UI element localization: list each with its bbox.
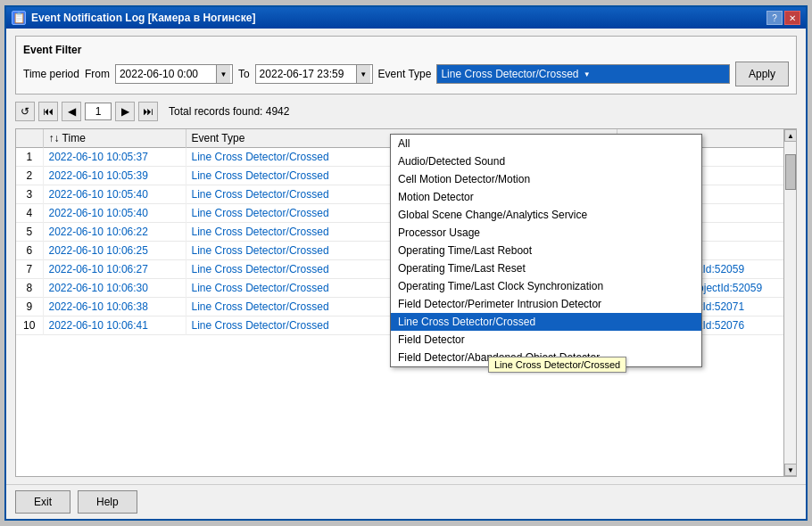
from-date-dropdown[interactable]: ▼ [216, 65, 230, 83]
cell-time: 2022-06-10 10:06:30 [43, 279, 186, 298]
title-bar: 📋 Event Notification Log [Камера в Ногин… [6, 7, 806, 29]
help-button[interactable]: ? [766, 11, 783, 25]
close-button[interactable]: ✕ [784, 11, 800, 25]
event-type-select-box[interactable]: Line Cross Detector/Crossed ▼ [436, 64, 730, 84]
cell-num: 10 [16, 316, 43, 335]
event-type-area: Event Type [378, 68, 432, 80]
to-date-input[interactable]: ▼ [255, 64, 373, 84]
filter-row: Time period From ▼ To ▼ Event Type L [23, 62, 789, 86]
cell-time: 2022-06-10 10:05:39 [43, 167, 186, 185]
toolbar: ↺ ⏮ ◀ ▶ ⏭ Total records found: 4942 [15, 100, 797, 123]
scroll-thumb[interactable] [785, 154, 796, 190]
cell-time: 2022-06-10 10:06:38 [43, 298, 186, 316]
last-page-button[interactable]: ⏭ [138, 102, 158, 121]
cell-time: 2022-06-10 10:06:22 [43, 223, 186, 242]
from-date-input[interactable]: ▼ [115, 64, 233, 84]
dropdown-item[interactable]: Cell Motion Detector/Motion [391, 170, 701, 188]
exit-button[interactable]: Exit [15, 490, 70, 514]
dropdown-item[interactable]: Motion Detector [391, 188, 701, 206]
selected-event-text: Line Cross Detector/Crossed [441, 68, 583, 80]
window-title: Event Notification Log [Камера в Ногинск… [31, 12, 761, 24]
dropdown-arrow-icon: ▼ [584, 70, 725, 78]
from-label: From [85, 68, 110, 80]
page-number-input[interactable] [85, 103, 112, 120]
dropdown-item[interactable]: Operating Time/Last Reboot [391, 242, 701, 259]
apply-button[interactable]: Apply [735, 62, 789, 86]
cell-num: 1 [16, 148, 43, 167]
prev-page-button[interactable]: ◀ [62, 102, 81, 121]
bottom-bar: Exit Help [6, 484, 806, 519]
tooltip-popup: Line Cross Detector/Crossed [488, 357, 626, 373]
cell-num: 2 [16, 167, 43, 185]
cell-time: 2022-06-10 10:05:40 [43, 204, 186, 223]
cell-num: 5 [16, 223, 43, 242]
title-buttons: ? ✕ [766, 11, 800, 25]
dropdown-item[interactable]: Global Scene Change/Analytics Service [391, 206, 701, 224]
event-type-select[interactable]: Line Cross Detector/Crossed ▼ [436, 64, 730, 84]
records-count: Total records found: 4942 [169, 105, 289, 118]
col-time[interactable]: ↑↓ Time [43, 129, 186, 148]
next-page-button[interactable]: ▶ [115, 102, 135, 121]
first-page-button[interactable]: ⏮ [38, 102, 58, 121]
from-date-field[interactable] [118, 68, 216, 80]
dropdown-item[interactable]: Line Cross Detector/Crossed [391, 313, 701, 331]
cell-num: 8 [16, 279, 43, 298]
dropdown-item[interactable]: Processor Usage [391, 224, 701, 242]
cell-time: 2022-06-10 10:05:40 [43, 185, 186, 204]
dropdown-item[interactable]: Audio/Detected Sound [391, 152, 701, 170]
cell-time: 2022-06-10 10:06:25 [43, 242, 186, 260]
cell-num: 4 [16, 204, 43, 223]
cell-num: 7 [16, 260, 43, 279]
dropdown-item[interactable]: Field Detector [391, 331, 701, 349]
time-period-label: Time period [23, 68, 79, 80]
event-type-label: Event Type [378, 68, 432, 80]
to-date-field[interactable] [258, 68, 356, 80]
refresh-button[interactable]: ↺ [15, 102, 35, 121]
scroll-down-arrow[interactable]: ▼ [784, 464, 797, 476]
help-button-bottom[interactable]: Help [78, 490, 137, 514]
cell-num: 3 [16, 185, 43, 204]
dropdown-item[interactable]: Field Detector/Perimeter Intrusion Detec… [391, 295, 701, 313]
scrollbar[interactable]: ▲ ▼ [783, 129, 796, 476]
scroll-up-arrow[interactable]: ▲ [784, 129, 797, 142]
filter-label: Event Filter [23, 44, 789, 56]
cell-time: 2022-06-10 10:06:41 [43, 316, 186, 335]
cell-time: 2022-06-10 10:06:27 [43, 260, 186, 279]
scroll-down-area: ▼ [784, 464, 796, 476]
cell-time: 2022-06-10 10:05:37 [43, 148, 186, 167]
dropdown-item[interactable]: Operating Time/Last Clock Synchronizatio… [391, 277, 701, 295]
event-type-dropdown: AllAudio/Detected SoundCell Motion Detec… [390, 134, 702, 367]
col-num [16, 129, 43, 148]
to-label: To [238, 68, 250, 80]
content-area: Event Filter Time period From ▼ To ▼ Eve… [6, 29, 806, 484]
cell-num: 6 [16, 242, 43, 260]
to-date-dropdown[interactable]: ▼ [356, 65, 370, 83]
main-window: 📋 Event Notification Log [Камера в Ногин… [4, 5, 808, 521]
window-icon: 📋 [12, 11, 26, 25]
dropdown-item[interactable]: All [391, 135, 701, 152]
dropdown-item[interactable]: Operating Time/Last Reset [391, 259, 701, 277]
cell-num: 9 [16, 298, 43, 316]
filter-section: Event Filter Time period From ▼ To ▼ Eve… [15, 36, 797, 95]
